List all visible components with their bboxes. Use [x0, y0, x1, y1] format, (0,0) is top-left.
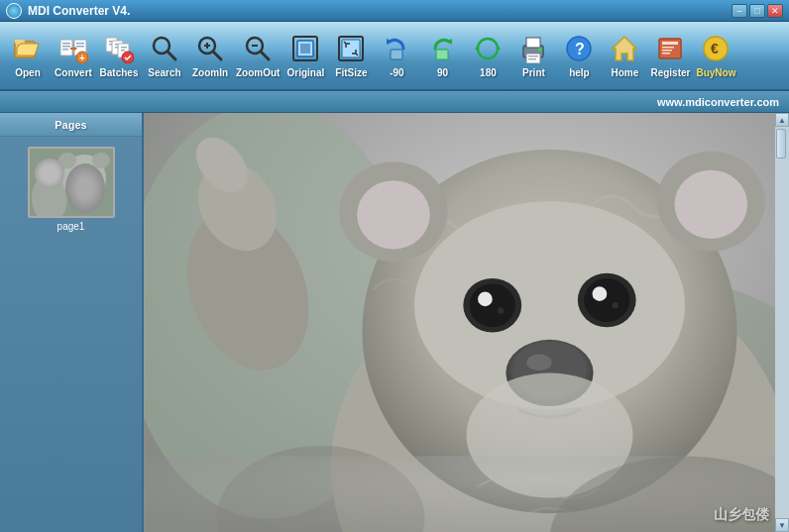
- zoomout-button[interactable]: ZoomOut: [234, 26, 282, 85]
- search-button[interactable]: Search: [143, 26, 186, 85]
- svg-rect-18: [121, 47, 127, 49]
- svg-rect-7: [76, 43, 84, 45]
- zoomin-button[interactable]: ZoomIn: [188, 26, 232, 85]
- buynow-icon: €: [700, 33, 732, 64]
- pages-list: page1: [0, 137, 142, 242]
- scroll-thumb[interactable]: [776, 129, 786, 159]
- svg-line-22: [168, 52, 175, 59]
- home-icon: [609, 33, 640, 64]
- svg-rect-3: [62, 43, 70, 45]
- svg-rect-19: [121, 50, 125, 52]
- svg-point-62: [74, 179, 94, 193]
- print-button[interactable]: Print: [511, 26, 555, 85]
- svg-rect-36: [391, 50, 402, 59]
- convert-label: Convert: [55, 67, 92, 78]
- register-label: Register: [650, 67, 690, 78]
- koala-photo: [144, 113, 789, 532]
- zoomout-label: ZoomOut: [236, 67, 280, 78]
- rotate-180-label: 180: [480, 67, 497, 78]
- original-button[interactable]: Original: [283, 26, 327, 85]
- svg-rect-44: [528, 55, 538, 57]
- batches-icon: [103, 33, 135, 64]
- content-area: 山乡包偻 ▲ ▼: [144, 113, 789, 532]
- svg-point-76: [357, 180, 430, 249]
- url-bar: www.mdiconverter.com: [0, 91, 789, 113]
- buynow-button[interactable]: € BuyNow: [694, 26, 737, 85]
- svg-point-58: [32, 173, 67, 216]
- rotate-left-button[interactable]: -90: [375, 26, 418, 85]
- svg-marker-39: [498, 46, 501, 52]
- rotate-right-label: 90: [437, 67, 448, 78]
- open-button[interactable]: Open: [6, 26, 50, 85]
- zoomout-icon: [242, 33, 274, 64]
- fitsize-button[interactable]: FitSize: [329, 26, 373, 85]
- svg-point-90: [526, 355, 551, 372]
- koala-image: 山乡包偻: [144, 113, 789, 532]
- maximize-button[interactable]: □: [749, 4, 765, 18]
- svg-point-82: [478, 292, 493, 307]
- close-button[interactable]: ✕: [767, 4, 783, 18]
- svg-rect-38: [436, 50, 448, 59]
- help-label: help: [569, 67, 590, 78]
- page-thumbnail-1[interactable]: page1: [28, 147, 115, 232]
- svg-point-78: [675, 170, 748, 239]
- svg-rect-54: [662, 53, 670, 54]
- svg-point-46: [538, 48, 542, 52]
- svg-rect-1: [15, 40, 25, 44]
- svg-text:?: ?: [575, 41, 585, 57]
- svg-rect-42: [526, 38, 540, 48]
- scroll-down-arrow[interactable]: ▼: [775, 518, 789, 532]
- original-label: Original: [287, 67, 325, 78]
- rotate-right-button[interactable]: 90: [420, 26, 464, 85]
- register-button[interactable]: Register: [648, 26, 692, 85]
- batches-button[interactable]: Batches: [97, 26, 141, 85]
- svg-point-86: [593, 286, 608, 301]
- svg-rect-8: [76, 46, 84, 48]
- print-icon: [517, 33, 549, 64]
- svg-point-66: [89, 171, 92, 174]
- svg-point-85: [584, 278, 629, 322]
- page-1-label: page1: [28, 221, 115, 232]
- search-icon: [149, 33, 180, 64]
- scroll-up-arrow[interactable]: ▲: [775, 113, 789, 127]
- svg-line-29: [261, 52, 269, 59]
- svg-text:€: €: [711, 41, 719, 56]
- svg-rect-45: [528, 58, 536, 60]
- website-url: www.mdiconverter.com: [657, 96, 779, 108]
- rotate-left-icon: [381, 33, 412, 64]
- rotate-left-label: -90: [390, 67, 403, 78]
- svg-point-65: [77, 171, 80, 174]
- watermark: 山乡包偻: [714, 506, 769, 524]
- rotate-180-button[interactable]: 180: [466, 26, 509, 85]
- zoomin-label: ZoomIn: [192, 67, 228, 78]
- toolbar: Open + Convert: [0, 22, 789, 91]
- home-button[interactable]: Home: [603, 26, 646, 85]
- page-1-thumb-inner: [30, 149, 113, 216]
- title-left-area: MDI Converter V4.: [6, 3, 130, 19]
- svg-point-63: [74, 169, 82, 177]
- svg-point-87: [613, 302, 619, 308]
- page-1-thumb[interactable]: [28, 147, 115, 218]
- svg-point-64: [86, 169, 94, 177]
- svg-point-61: [92, 153, 110, 168]
- convert-icon: +: [57, 33, 89, 64]
- batches-label: Batches: [100, 67, 139, 78]
- minimize-button[interactable]: –: [732, 4, 747, 18]
- svg-point-81: [470, 283, 515, 327]
- help-button[interactable]: ? help: [557, 26, 601, 85]
- home-label: Home: [612, 67, 639, 78]
- sidebar-header: Pages: [0, 113, 142, 137]
- zoomin-icon: [194, 33, 226, 64]
- svg-marker-40: [475, 46, 478, 52]
- print-label: Print: [522, 67, 545, 78]
- help-icon: ?: [563, 33, 595, 64]
- svg-rect-5: [62, 49, 68, 51]
- sidebar: Pages: [0, 113, 144, 532]
- svg-rect-53: [662, 50, 672, 52]
- convert-button[interactable]: + Convert: [52, 26, 95, 85]
- open-label: Open: [15, 67, 41, 78]
- page-1-preview: [30, 149, 113, 216]
- svg-rect-51: [662, 42, 678, 45]
- scroll-track: [775, 127, 789, 518]
- svg-rect-32: [300, 44, 310, 53]
